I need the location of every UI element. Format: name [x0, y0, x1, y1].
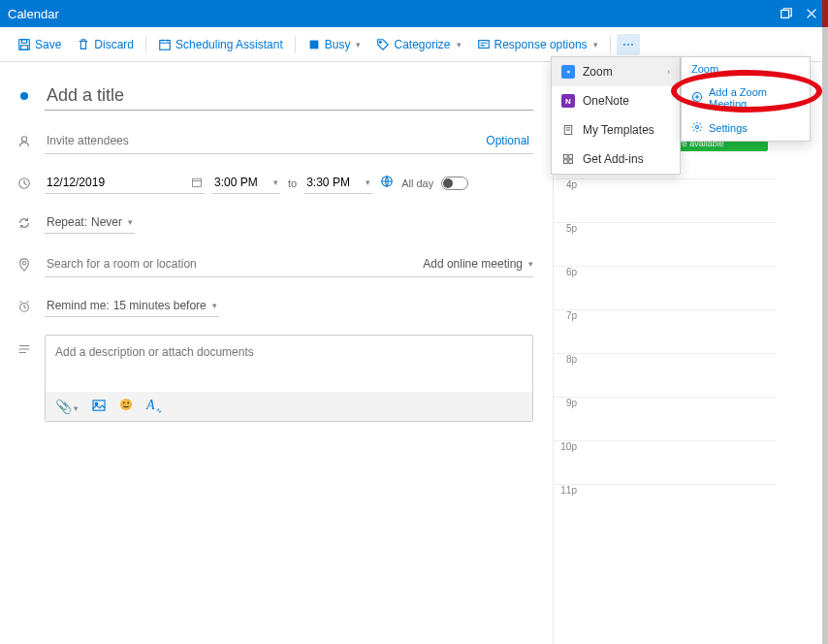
- svg-rect-4: [160, 40, 171, 49]
- plus-circle-icon: [691, 91, 703, 105]
- svg-rect-7: [478, 40, 489, 48]
- description-toolbar: 📎▾ A∿: [46, 392, 532, 421]
- window-title: Calendar: [8, 7, 778, 21]
- save-button[interactable]: Save: [12, 34, 67, 55]
- emoji-button[interactable]: [119, 398, 133, 414]
- svg-rect-3: [21, 45, 28, 48]
- svg-point-18: [127, 402, 129, 404]
- calendar-small-icon: [191, 177, 203, 188]
- zoom-submenu: Zoom Add a Zoom Meeting Settings: [681, 56, 811, 142]
- svg-rect-23: [569, 160, 573, 164]
- time-label: 9p: [554, 398, 583, 440]
- person-icon: [16, 135, 33, 148]
- gear-icon: [691, 121, 703, 135]
- chevron-down-icon: ▾: [212, 301, 217, 310]
- allday-toggle[interactable]: [441, 177, 468, 190]
- onenote-icon: N: [561, 94, 575, 108]
- chevron-down-icon: ▾: [273, 177, 278, 187]
- close-button[interactable]: [803, 5, 820, 22]
- chevron-down-icon: ▾: [528, 259, 533, 269]
- chevron-right-icon: ›: [667, 67, 670, 77]
- description-box: 📎▾ A∿: [45, 335, 533, 422]
- addins-icon: [561, 152, 575, 166]
- end-time-field[interactable]: 3:30 PM ▾: [304, 172, 372, 194]
- repeat-dropdown[interactable]: Repeat: Never ▾: [45, 211, 135, 234]
- time-slot[interactable]: 5p: [554, 222, 776, 266]
- svg-point-8: [21, 136, 26, 141]
- time-label: 8p: [554, 354, 583, 397]
- svg-rect-21: [569, 155, 573, 159]
- chevron-down-icon: ▾: [356, 40, 361, 49]
- more-dropdown-menu: ▪ Zoom › N OneNote My Templates Get Add-…: [551, 56, 681, 175]
- format-button[interactable]: A∿: [146, 398, 162, 415]
- ellipsis-icon: ⋯: [622, 38, 634, 51]
- svg-point-17: [123, 402, 125, 404]
- start-time-field[interactable]: 3:00 PM ▾: [212, 172, 280, 194]
- categorize-dropdown[interactable]: Categorize ▾: [370, 34, 466, 55]
- popout-button[interactable]: [778, 5, 795, 22]
- zoom-icon: ▪: [561, 65, 575, 79]
- chevron-down-icon: ▾: [593, 40, 598, 49]
- optional-link[interactable]: Optional: [482, 130, 533, 151]
- chevron-down-icon: ▾: [366, 177, 370, 187]
- time-label: 10p: [554, 441, 583, 484]
- scheduling-assistant-button[interactable]: Scheduling Assistant: [152, 34, 289, 55]
- calendar-icon: [158, 38, 172, 51]
- add-zoom-meeting-button[interactable]: Add a Zoom Meeting: [682, 80, 810, 115]
- repeat-icon: [16, 216, 33, 230]
- reminder-icon: [16, 300, 33, 313]
- svg-rect-2: [21, 39, 26, 43]
- chevron-down-icon: ▾: [457, 40, 462, 49]
- image-button[interactable]: [92, 399, 106, 414]
- templates-icon: [561, 123, 575, 137]
- svg-rect-0: [781, 11, 789, 18]
- svg-point-15: [95, 402, 98, 405]
- busy-dropdown[interactable]: Busy ▾: [302, 34, 367, 55]
- time-slot[interactable]: 11p: [554, 484, 776, 528]
- time-slot[interactable]: 9p: [554, 397, 776, 440]
- submenu-header: Zoom: [682, 57, 810, 80]
- menu-item-get-addins[interactable]: Get Add-ins: [552, 145, 680, 174]
- attach-button[interactable]: 📎▾: [55, 399, 79, 414]
- add-online-meeting-dropdown[interactable]: Add online meeting ▾: [423, 257, 533, 271]
- time-slot[interactable]: 7p: [554, 309, 776, 353]
- response-icon: [477, 38, 491, 51]
- time-label: 5p: [554, 223, 583, 266]
- more-button[interactable]: ⋯: [617, 34, 640, 55]
- location-input[interactable]: [45, 251, 423, 276]
- svg-rect-22: [564, 160, 568, 164]
- reminder-dropdown[interactable]: Remind me: 15 minutes before ▾: [45, 295, 219, 317]
- description-input[interactable]: [46, 336, 532, 388]
- svg-rect-20: [564, 155, 568, 159]
- attendees-input[interactable]: [45, 128, 482, 153]
- timezone-icon[interactable]: [380, 175, 394, 191]
- zoom-settings-button[interactable]: Settings: [682, 115, 810, 141]
- time-slot[interactable]: 8p: [554, 353, 776, 397]
- svg-point-12: [22, 261, 26, 265]
- location-icon: [16, 258, 33, 272]
- busy-icon: [307, 38, 321, 51]
- svg-point-6: [380, 41, 382, 43]
- status-dot: [20, 92, 28, 100]
- svg-point-16: [120, 399, 132, 410]
- time-slot[interactable]: 4p: [554, 178, 776, 222]
- response-options-dropdown[interactable]: Response options ▾: [471, 34, 604, 55]
- description-icon: [16, 335, 33, 356]
- date-field[interactable]: 12/12/2019: [45, 172, 205, 194]
- discard-button[interactable]: Discard: [71, 34, 140, 55]
- chevron-down-icon: ▾: [128, 217, 133, 227]
- event-form: Optional 12/12/2019 3:00 PM ▾ to 3:30 PM: [0, 62, 553, 644]
- title-input[interactable]: [45, 81, 533, 111]
- time-slot[interactable]: 6p: [554, 266, 776, 309]
- svg-rect-5: [309, 40, 318, 48]
- time-slot[interactable]: 10p: [554, 440, 776, 484]
- edge-strip: [822, 0, 828, 27]
- scrollbar[interactable]: [822, 0, 828, 644]
- tag-icon: [376, 38, 390, 51]
- time-label: 4p: [554, 179, 583, 222]
- svg-rect-10: [193, 178, 202, 186]
- menu-item-onenote[interactable]: N OneNote: [552, 86, 680, 115]
- menu-item-templates[interactable]: My Templates: [552, 115, 680, 145]
- save-icon: [17, 38, 31, 51]
- menu-item-zoom[interactable]: ▪ Zoom ›: [552, 57, 680, 86]
